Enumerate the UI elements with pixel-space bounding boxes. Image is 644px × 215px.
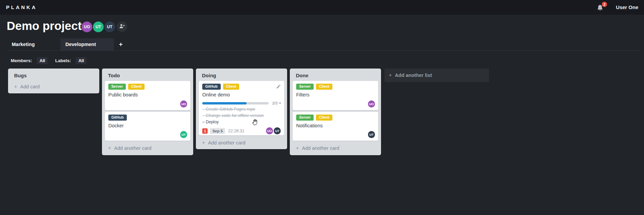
progress-track bbox=[202, 102, 269, 104]
add-board-button[interactable]: + bbox=[114, 38, 127, 50]
avatar[interactable]: UO bbox=[266, 127, 273, 134]
person-add-icon bbox=[119, 24, 125, 30]
card-labels: GitHub bbox=[108, 115, 187, 121]
card-public-boards[interactable]: Server Client Public boards UO bbox=[105, 81, 190, 110]
add-member-button[interactable] bbox=[117, 22, 127, 32]
add-card-button[interactable]: + Add card bbox=[8, 81, 99, 94]
avatar[interactable]: UO bbox=[368, 100, 375, 108]
notifications-button[interactable]: 2 bbox=[596, 4, 604, 12]
list-doing: Doing GitHub Client Online demo 2/3 ▾ Cr… bbox=[196, 69, 287, 149]
timer-badge[interactable]: 22:26:31 bbox=[228, 129, 245, 133]
card-title: Filters bbox=[296, 92, 375, 97]
card-docker[interactable]: GitHub Docker UT bbox=[105, 112, 190, 141]
task-list: Create GitHub Pages repo Change code for… bbox=[202, 107, 281, 124]
list-bugs: Bugs + Add card bbox=[8, 69, 99, 93]
card-labels: GitHub Client bbox=[202, 84, 281, 90]
card-filters[interactable]: Server Client Filters UO bbox=[293, 81, 378, 110]
label-github[interactable]: GitHub bbox=[202, 84, 221, 90]
hand-cursor bbox=[252, 118, 259, 127]
edit-pencil-icon[interactable] bbox=[276, 84, 281, 90]
avatar[interactable]: UT bbox=[274, 127, 281, 134]
label-client[interactable]: Client bbox=[316, 115, 332, 121]
add-card-button[interactable]: + Add another card bbox=[102, 142, 193, 155]
card-labels: Server Client bbox=[108, 84, 187, 90]
task-item: Deploy bbox=[202, 120, 281, 124]
plus-icon: + bbox=[14, 84, 17, 90]
list-title[interactable]: Bugs bbox=[8, 69, 99, 81]
progress-fraction: 2/3 bbox=[272, 101, 277, 105]
add-card-label: Add another card bbox=[208, 140, 245, 145]
plus-icon: + bbox=[296, 145, 299, 151]
card-title: Public boards bbox=[108, 92, 187, 97]
list-title[interactable]: Done bbox=[290, 69, 381, 81]
list-done: Done Server Client Filters UO Server Cli… bbox=[290, 69, 381, 155]
tab-development[interactable]: Development bbox=[60, 38, 114, 50]
add-card-button[interactable]: + Add another card bbox=[290, 142, 381, 155]
plus-icon: + bbox=[389, 72, 392, 78]
avatar[interactable]: UO bbox=[180, 100, 187, 108]
board-tabs: Marketing Development + bbox=[7, 38, 640, 51]
label-client[interactable]: Client bbox=[316, 84, 332, 90]
list-todo: Todo Server Client Public boards UO GitH… bbox=[102, 69, 193, 155]
label-server[interactable]: Server bbox=[296, 84, 314, 90]
card-members: UO UT bbox=[266, 127, 281, 134]
top-bar: PLANKA 2 User One bbox=[0, 0, 644, 15]
avatar[interactable]: UO bbox=[82, 22, 92, 32]
card-meta: 1 Sep 5 22:26:31 UO UT bbox=[202, 127, 281, 134]
card-title: Online demo bbox=[202, 92, 281, 97]
add-card-label: Add another card bbox=[302, 145, 339, 151]
label-client[interactable]: Client bbox=[223, 84, 239, 90]
card-title: Notifications bbox=[296, 123, 375, 128]
label-github[interactable]: GitHub bbox=[108, 115, 127, 121]
chevron-down-icon[interactable]: ▾ bbox=[279, 101, 281, 105]
labels-filter-value[interactable]: All bbox=[76, 57, 87, 64]
add-list-label: Add another list bbox=[395, 73, 432, 78]
filter-bar: Members: All Labels: All bbox=[11, 56, 87, 64]
card-notification-badge: 1 bbox=[202, 128, 208, 134]
notification-count-badge: 2 bbox=[602, 2, 607, 7]
user-menu[interactable]: User One bbox=[616, 0, 638, 15]
task-item: Create GitHub Pages repo bbox=[202, 107, 281, 112]
avatar[interactable]: UT bbox=[368, 131, 375, 138]
tab-marketing[interactable]: Marketing bbox=[7, 38, 60, 50]
avatar[interactable]: UT bbox=[93, 22, 104, 32]
card-online-demo[interactable]: GitHub Client Online demo 2/3 ▾ Create G… bbox=[199, 81, 284, 135]
plus-icon: + bbox=[108, 145, 111, 151]
task-progress: 2/3 ▾ bbox=[202, 101, 281, 105]
card-labels: Server Client bbox=[296, 115, 375, 121]
card-notifications[interactable]: Server Client Notifications UT bbox=[293, 112, 378, 141]
members-filter-label: Members: bbox=[11, 58, 32, 63]
task-item: Change code for offline version bbox=[202, 113, 281, 118]
project-members: UO UT UT bbox=[82, 22, 127, 32]
plus-icon: + bbox=[202, 140, 205, 146]
label-client[interactable]: Client bbox=[128, 84, 145, 90]
card-labels: Server Client bbox=[296, 84, 375, 90]
list-title[interactable]: Todo bbox=[102, 69, 193, 81]
avatar[interactable]: UT bbox=[104, 22, 115, 32]
labels-filter-label: Labels: bbox=[55, 58, 71, 63]
avatar[interactable]: UT bbox=[180, 131, 187, 138]
card-title: Docker bbox=[108, 123, 187, 128]
planka-logo: PLANKA bbox=[6, 0, 37, 15]
add-list-button[interactable]: + Add another list bbox=[384, 69, 489, 82]
label-server[interactable]: Server bbox=[108, 84, 126, 90]
add-card-button[interactable]: + Add another card bbox=[196, 137, 287, 150]
add-card-label: Add card bbox=[20, 84, 40, 89]
label-server[interactable]: Server bbox=[296, 115, 314, 121]
project-title: Demo project bbox=[7, 19, 82, 33]
progress-fill bbox=[202, 102, 247, 104]
list-title[interactable]: Doing bbox=[196, 69, 287, 81]
members-filter-value[interactable]: All bbox=[37, 57, 48, 64]
plus-icon: + bbox=[119, 41, 122, 48]
add-card-label: Add another card bbox=[114, 145, 151, 151]
due-date-badge[interactable]: Sep 5 bbox=[210, 128, 225, 134]
